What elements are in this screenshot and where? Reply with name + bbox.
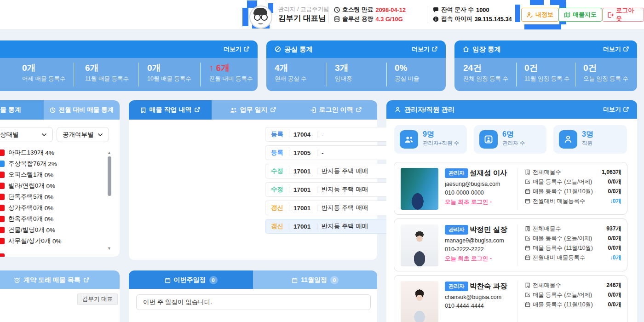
scrollbar-thumb[interactable] [108, 156, 111, 196]
staff-photo [401, 224, 438, 266]
calendar-icon [165, 277, 171, 283]
staff-stat-row: 매물 등록수 (11월/10월)0/0개 [525, 188, 621, 195]
legend-item: 건물/빌딩0개 0% [8, 226, 55, 234]
staff-phone: 010-0000-0000 [445, 190, 484, 196]
tab-login-history[interactable]: 로그인 이력 [294, 100, 377, 120]
contract-due-panel-header[interactable]: 계약 도래 매물 목록 [0, 270, 120, 290]
filter-transaction-status[interactable]: 거래상태별 [0, 127, 53, 142]
staff-card[interactable]: 관리자 박정민 실장 manage9@bugisa.com 010-2222-2… [394, 218, 627, 271]
hosting-value: 2098-04-12 [376, 6, 406, 13]
legend-item: 아파트139개 4% [8, 149, 54, 157]
agent-filter-badge[interactable]: 김부기 대표 [77, 293, 118, 305]
tab-week-schedule[interactable]: 이번주일정 0 [129, 270, 253, 290]
pie-chart-icon [50, 107, 56, 113]
staff-email: manage9@bugisa.com [445, 237, 504, 244]
user-name: 김부기 대표님 [278, 13, 326, 23]
decor-block [242, 8, 248, 26]
my-info-button[interactable]: 내정보 [521, 8, 559, 22]
my-info-label: 내정보 [535, 11, 553, 19]
tab-month-compare-stats[interactable]: 전월 대비 매물 통계 [44, 100, 120, 120]
calendar-icon [525, 255, 530, 260]
building-icon [525, 282, 530, 288]
staff-card[interactable]: 관리자 설재성 이사 jaesung@bugisa.com 010-0000-0… [394, 162, 627, 215]
info-icon [433, 16, 439, 22]
staff-name: 박찬숙 과장 [470, 282, 507, 291]
listing-stats-card-header: 더보기 [0, 40, 258, 58]
stat-total-visits: 24건전체 임장 등록 수 [463, 63, 508, 83]
tab-work-history[interactable]: 매물 작업 내역 [129, 100, 212, 120]
staff-stat-row: 매물 등록수 (오늘/어제)0/0개 [525, 291, 621, 299]
clock-icon [334, 7, 340, 13]
legend-color [0, 161, 5, 167]
staff-panel-title: 관리자/직원 관리 [404, 105, 455, 114]
tab-work-journal[interactable]: 업무 일지 [212, 100, 294, 120]
calendar-icon [525, 189, 530, 194]
scroll-up-arrow[interactable]: ▲ [107, 151, 111, 155]
site-visit-stats-card-body: 24건전체 임장 등록 수 0건11월 임장 등록 수 0건오늘 임장 등록 수 [454, 58, 637, 91]
divider [386, 63, 387, 86]
staff-summary-employees: 3명 직원 [553, 125, 627, 154]
up-arrow-icon: ↑ [209, 63, 214, 73]
tab-label: 업무 일지 [240, 106, 268, 114]
divider [138, 63, 138, 86]
more-label: 더보기 [412, 45, 430, 53]
more-link[interactable]: 더보기 [224, 45, 249, 53]
tab-label: 매물 작업 내역 [150, 106, 192, 114]
stat-last-month: 0개10월 매물 등록수 [147, 63, 191, 83]
more-label: 더보기 [603, 105, 621, 114]
staff-panel-header: 관리자/직원 관리 더보기 [386, 100, 637, 119]
people-icon [230, 107, 237, 113]
legend-color [0, 216, 5, 222]
legend-color [0, 238, 5, 244]
decor-block [515, 5, 520, 22]
chat-icon [433, 7, 439, 13]
ip-label: 접속 아이피 [441, 15, 472, 23]
house-icon [463, 46, 469, 52]
filter-visibility[interactable]: 공개여부별 [57, 127, 109, 142]
staff-email: jaesung@bugisa.com [445, 181, 500, 187]
stat-yesterday: 0개어제 매물 등록수 [22, 63, 65, 83]
filter-label: 공개여부별 [63, 131, 94, 139]
person-pen-icon [527, 12, 533, 18]
stat-current-vacancy: 4개현재 공실 수 [275, 63, 306, 83]
stat-this-month: 6개11월 매물 등록수 [85, 63, 129, 83]
vacancy-stats-card-body: 4개현재 공실 수 3개임대중 0%공실 비율 [266, 58, 446, 91]
legend-item: 오피스텔1개 0% [8, 171, 53, 179]
scroll-down-arrow[interactable]: ▼ [107, 247, 111, 251]
staff-stat-row: 전체매물수246개 [525, 282, 621, 289]
more-link[interactable]: 더보기 [603, 105, 629, 114]
staff-card[interactable]: 관리자 박찬숙 과장 chansuk@bugisa.com 010-4444-4… [394, 275, 627, 322]
site-visit-stats-card: 임장 통계 더보기 24건전체 임장 등록 수 0건11월 임장 등록 수 0건… [454, 40, 637, 91]
more-label: 더보기 [224, 45, 242, 53]
count-badge: 0 [330, 276, 339, 284]
sms-value: 1000 [476, 6, 489, 13]
calendar-icon [525, 198, 530, 204]
ip-value: 39.115.145.34 [475, 16, 512, 23]
more-link[interactable]: 더보기 [412, 45, 437, 53]
avatar-glasses [254, 14, 261, 21]
legend-color [0, 205, 5, 211]
logout-button[interactable]: 로그아웃 [602, 8, 644, 22]
calendar-icon [525, 245, 530, 251]
listing-stats-card: 더보기 0개어제 매물 등록수 6개11월 매물 등록수 0개10월 매물 등록… [0, 40, 258, 91]
property-map-button[interactable]: 매물지도 [558, 8, 602, 22]
count-badge: 0 [209, 276, 218, 284]
card-title: 공실 통계 [284, 45, 313, 54]
legend-item: 빌라/연립0개 0% [8, 182, 55, 190]
vacancy-stats-card-header: 공실 통계 더보기 [266, 40, 446, 58]
chevron-down-icon [98, 133, 103, 137]
more-link[interactable]: 더보기 [603, 45, 629, 53]
external-link-icon [356, 107, 362, 113]
stat-today-visits: 0건오늘 임장 등록 수 [583, 63, 628, 83]
legend-item: 주상복합76개 2% [8, 160, 57, 168]
avatar[interactable] [249, 6, 272, 29]
manager-badge: 관리자 [445, 225, 468, 235]
divider [200, 63, 201, 86]
staff-name: 설재성 이사 [470, 168, 507, 178]
legend-color [0, 253, 5, 257]
staff-photo [401, 168, 438, 210]
tab-month-schedule[interactable]: 11월일정 0 [253, 270, 377, 290]
external-link-icon [244, 46, 249, 52]
tab-property-stats[interactable]: 매물 통계 [0, 100, 44, 120]
hosting-label: 호스팅 만료 [342, 6, 374, 14]
